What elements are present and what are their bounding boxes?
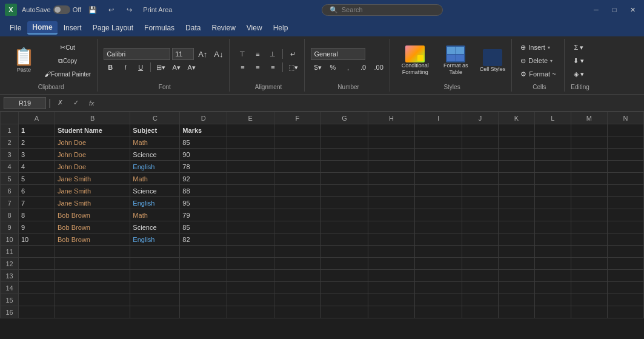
cell-empty[interactable] [571, 282, 607, 294]
cell-empty[interactable] [415, 221, 462, 233]
cell-empty[interactable] [607, 173, 643, 185]
delete-cells-button[interactable]: ⊖ Delete ▾ [518, 55, 560, 67]
col-header-E[interactable]: E [227, 112, 274, 124]
cell-empty[interactable] [534, 161, 571, 173]
cell-empty[interactable] [321, 197, 368, 209]
cell-empty[interactable] [498, 209, 534, 221]
cell-empty[interactable] [571, 209, 607, 221]
cell-empty[interactable] [607, 306, 643, 318]
cell-empty[interactable] [571, 161, 607, 173]
cell-empty[interactable] [462, 149, 498, 161]
cell-empty[interactable] [534, 149, 571, 161]
number-format-input[interactable] [311, 48, 365, 60]
col-header-J[interactable]: J [462, 112, 498, 124]
cell-d-10[interactable]: 82 [180, 233, 227, 246]
cell-empty[interactable] [321, 258, 368, 270]
cell-empty[interactable] [415, 258, 462, 270]
cell-empty[interactable] [321, 209, 368, 221]
cell-empty[interactable] [498, 233, 534, 246]
cell-empty[interactable] [607, 149, 643, 161]
cell-empty[interactable] [534, 221, 571, 233]
cell-empty[interactable] [368, 209, 415, 221]
cell-empty[interactable] [415, 185, 462, 197]
cell-empty[interactable] [274, 258, 321, 270]
autosave-toggle[interactable] [53, 5, 70, 14]
cell-empty[interactable] [368, 173, 415, 185]
cell-empty[interactable] [607, 209, 643, 221]
cell-a-14[interactable] [19, 282, 55, 294]
cell-empty[interactable] [321, 246, 368, 258]
cell-empty[interactable] [321, 124, 368, 136]
cell-empty[interactable] [321, 185, 368, 197]
cell-empty[interactable] [607, 136, 643, 149]
insert-function-button[interactable]: fx [85, 97, 98, 109]
cell-empty[interactable] [498, 197, 534, 209]
currency-button[interactable]: $▾ [311, 61, 324, 73]
cell-b-1[interactable]: Student Name [55, 124, 130, 136]
underline-button[interactable]: U [134, 61, 147, 73]
cell-empty[interactable] [498, 282, 534, 294]
cell-empty[interactable] [571, 185, 607, 197]
cell-c-6[interactable]: Science [130, 185, 180, 197]
cell-empty[interactable] [571, 149, 607, 161]
cell-empty[interactable] [227, 270, 274, 282]
cell-d-11[interactable] [180, 246, 227, 258]
cell-empty[interactable] [498, 246, 534, 258]
cell-empty[interactable] [607, 258, 643, 270]
cell-a-16[interactable] [19, 306, 55, 318]
search-bar[interactable]: 🔍 Search [322, 4, 443, 16]
col-header-G[interactable]: G [321, 112, 368, 124]
paste-button[interactable]: 📋 Paste [8, 46, 39, 75]
cell-empty[interactable] [415, 270, 462, 282]
cell-empty[interactable] [227, 209, 274, 221]
cell-c-9[interactable]: Science [130, 221, 180, 233]
cell-a-11[interactable] [19, 246, 55, 258]
cell-c-10[interactable]: English [130, 233, 180, 246]
decrease-decimal-button[interactable]: .00 [371, 61, 385, 73]
menu-data[interactable]: Data [181, 22, 205, 34]
cell-empty[interactable] [415, 149, 462, 161]
save-button[interactable]: 💾 [86, 4, 99, 16]
cell-d-3[interactable]: 90 [180, 149, 227, 161]
cell-empty[interactable] [368, 233, 415, 246]
font-name-input[interactable] [104, 48, 170, 60]
cell-empty[interactable] [321, 149, 368, 161]
cell-empty[interactable] [321, 233, 368, 246]
cell-empty[interactable] [571, 124, 607, 136]
cell-empty[interactable] [462, 246, 498, 258]
cell-empty[interactable] [462, 209, 498, 221]
cell-d-4[interactable]: 78 [180, 161, 227, 173]
italic-button[interactable]: I [119, 61, 132, 73]
cell-empty[interactable] [571, 197, 607, 209]
undo-button[interactable]: ↩ [104, 4, 118, 16]
cell-b-10[interactable]: Bob Brown [55, 233, 130, 246]
cell-b-5[interactable]: Jane Smith [55, 173, 130, 185]
cell-c-4[interactable]: English [130, 161, 180, 173]
cell-empty[interactable] [227, 221, 274, 233]
cell-b-9[interactable]: Bob Brown [55, 221, 130, 233]
cell-b-4[interactable]: John Doe [55, 161, 130, 173]
cell-empty[interactable] [227, 149, 274, 161]
cell-empty[interactable] [462, 306, 498, 318]
cell-empty[interactable] [274, 136, 321, 149]
minimize-button[interactable]: ─ [589, 4, 603, 16]
cell-empty[interactable] [415, 136, 462, 149]
cell-empty[interactable] [227, 185, 274, 197]
cell-empty[interactable] [534, 294, 571, 306]
cell-empty[interactable] [534, 173, 571, 185]
cell-empty[interactable] [498, 306, 534, 318]
cell-empty[interactable] [534, 136, 571, 149]
fill-button[interactable]: ⬇ ▾ [571, 55, 586, 67]
cell-d-13[interactable] [180, 270, 227, 282]
cell-empty[interactable] [462, 197, 498, 209]
merge-cells-button[interactable]: ⬚▾ [286, 61, 300, 73]
cell-empty[interactable] [462, 136, 498, 149]
align-center-button[interactable]: ≡ [251, 61, 264, 73]
bold-button[interactable]: B [104, 61, 117, 73]
cell-empty[interactable] [415, 124, 462, 136]
align-top-button[interactable]: ⊤ [236, 48, 249, 60]
formula-input[interactable] [101, 99, 640, 107]
increase-decimal-button[interactable]: .0 [356, 61, 370, 73]
cell-empty[interactable] [368, 258, 415, 270]
cell-c-11[interactable] [130, 246, 180, 258]
